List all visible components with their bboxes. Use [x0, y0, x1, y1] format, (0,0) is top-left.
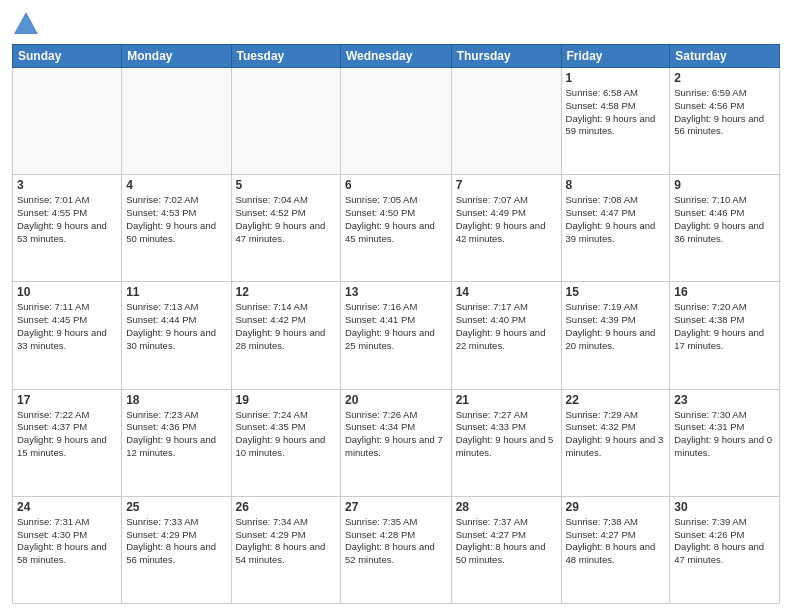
day-number: 19 [236, 393, 336, 407]
day-number: 21 [456, 393, 557, 407]
day-info: Sunrise: 7:19 AM Sunset: 4:39 PM Dayligh… [566, 301, 666, 352]
calendar-day-cell: 29Sunrise: 7:38 AM Sunset: 4:27 PM Dayli… [561, 496, 670, 603]
day-number: 11 [126, 285, 226, 299]
calendar-day-cell: 11Sunrise: 7:13 AM Sunset: 4:44 PM Dayli… [122, 282, 231, 389]
day-info: Sunrise: 7:37 AM Sunset: 4:27 PM Dayligh… [456, 516, 557, 567]
day-number: 4 [126, 178, 226, 192]
calendar-day-cell: 4Sunrise: 7:02 AM Sunset: 4:53 PM Daylig… [122, 175, 231, 282]
day-info: Sunrise: 7:29 AM Sunset: 4:32 PM Dayligh… [566, 409, 666, 460]
calendar-week-row: 17Sunrise: 7:22 AM Sunset: 4:37 PM Dayli… [13, 389, 780, 496]
weekday-header: Friday [561, 45, 670, 68]
day-number: 13 [345, 285, 447, 299]
day-info: Sunrise: 7:34 AM Sunset: 4:29 PM Dayligh… [236, 516, 336, 567]
weekday-header: Sunday [13, 45, 122, 68]
calendar-day-cell: 22Sunrise: 7:29 AM Sunset: 4:32 PM Dayli… [561, 389, 670, 496]
calendar-day-cell: 24Sunrise: 7:31 AM Sunset: 4:30 PM Dayli… [13, 496, 122, 603]
day-info: Sunrise: 7:35 AM Sunset: 4:28 PM Dayligh… [345, 516, 447, 567]
calendar-week-row: 3Sunrise: 7:01 AM Sunset: 4:55 PM Daylig… [13, 175, 780, 282]
day-number: 26 [236, 500, 336, 514]
calendar-day-cell: 21Sunrise: 7:27 AM Sunset: 4:33 PM Dayli… [451, 389, 561, 496]
day-number: 22 [566, 393, 666, 407]
svg-marker-1 [16, 16, 36, 32]
calendar-day-cell: 8Sunrise: 7:08 AM Sunset: 4:47 PM Daylig… [561, 175, 670, 282]
calendar-day-cell: 30Sunrise: 7:39 AM Sunset: 4:26 PM Dayli… [670, 496, 780, 603]
day-number: 18 [126, 393, 226, 407]
calendar-day-cell: 16Sunrise: 7:20 AM Sunset: 4:38 PM Dayli… [670, 282, 780, 389]
day-info: Sunrise: 7:10 AM Sunset: 4:46 PM Dayligh… [674, 194, 775, 245]
calendar-day-cell: 12Sunrise: 7:14 AM Sunset: 4:42 PM Dayli… [231, 282, 340, 389]
calendar-day-cell [122, 68, 231, 175]
calendar-day-cell: 17Sunrise: 7:22 AM Sunset: 4:37 PM Dayli… [13, 389, 122, 496]
day-info: Sunrise: 7:13 AM Sunset: 4:44 PM Dayligh… [126, 301, 226, 352]
day-number: 16 [674, 285, 775, 299]
day-info: Sunrise: 7:39 AM Sunset: 4:26 PM Dayligh… [674, 516, 775, 567]
calendar-day-cell: 10Sunrise: 7:11 AM Sunset: 4:45 PM Dayli… [13, 282, 122, 389]
day-number: 1 [566, 71, 666, 85]
day-info: Sunrise: 7:16 AM Sunset: 4:41 PM Dayligh… [345, 301, 447, 352]
weekday-header: Tuesday [231, 45, 340, 68]
calendar-week-row: 10Sunrise: 7:11 AM Sunset: 4:45 PM Dayli… [13, 282, 780, 389]
weekday-header: Monday [122, 45, 231, 68]
page: SundayMondayTuesdayWednesdayThursdayFrid… [0, 0, 792, 612]
calendar-day-cell: 5Sunrise: 7:04 AM Sunset: 4:52 PM Daylig… [231, 175, 340, 282]
day-number: 24 [17, 500, 117, 514]
calendar-day-cell: 27Sunrise: 7:35 AM Sunset: 4:28 PM Dayli… [340, 496, 451, 603]
day-number: 2 [674, 71, 775, 85]
calendar-week-row: 24Sunrise: 7:31 AM Sunset: 4:30 PM Dayli… [13, 496, 780, 603]
weekday-header: Saturday [670, 45, 780, 68]
day-info: Sunrise: 6:58 AM Sunset: 4:58 PM Dayligh… [566, 87, 666, 138]
day-info: Sunrise: 7:01 AM Sunset: 4:55 PM Dayligh… [17, 194, 117, 245]
day-number: 14 [456, 285, 557, 299]
day-number: 8 [566, 178, 666, 192]
calendar-day-cell: 26Sunrise: 7:34 AM Sunset: 4:29 PM Dayli… [231, 496, 340, 603]
day-info: Sunrise: 7:20 AM Sunset: 4:38 PM Dayligh… [674, 301, 775, 352]
calendar-day-cell [340, 68, 451, 175]
calendar-day-cell: 25Sunrise: 7:33 AM Sunset: 4:29 PM Dayli… [122, 496, 231, 603]
calendar-day-cell: 14Sunrise: 7:17 AM Sunset: 4:40 PM Dayli… [451, 282, 561, 389]
day-number: 6 [345, 178, 447, 192]
calendar-day-cell: 6Sunrise: 7:05 AM Sunset: 4:50 PM Daylig… [340, 175, 451, 282]
calendar-day-cell: 19Sunrise: 7:24 AM Sunset: 4:35 PM Dayli… [231, 389, 340, 496]
day-info: Sunrise: 7:02 AM Sunset: 4:53 PM Dayligh… [126, 194, 226, 245]
day-number: 30 [674, 500, 775, 514]
calendar-day-cell: 2Sunrise: 6:59 AM Sunset: 4:56 PM Daylig… [670, 68, 780, 175]
day-info: Sunrise: 7:24 AM Sunset: 4:35 PM Dayligh… [236, 409, 336, 460]
day-number: 10 [17, 285, 117, 299]
weekday-header: Wednesday [340, 45, 451, 68]
day-number: 17 [17, 393, 117, 407]
day-number: 9 [674, 178, 775, 192]
weekday-header: Thursday [451, 45, 561, 68]
day-number: 3 [17, 178, 117, 192]
day-info: Sunrise: 7:11 AM Sunset: 4:45 PM Dayligh… [17, 301, 117, 352]
day-info: Sunrise: 7:14 AM Sunset: 4:42 PM Dayligh… [236, 301, 336, 352]
day-info: Sunrise: 7:38 AM Sunset: 4:27 PM Dayligh… [566, 516, 666, 567]
day-number: 12 [236, 285, 336, 299]
day-info: Sunrise: 7:04 AM Sunset: 4:52 PM Dayligh… [236, 194, 336, 245]
calendar-day-cell [231, 68, 340, 175]
day-number: 5 [236, 178, 336, 192]
calendar-day-cell: 18Sunrise: 7:23 AM Sunset: 4:36 PM Dayli… [122, 389, 231, 496]
day-info: Sunrise: 7:33 AM Sunset: 4:29 PM Dayligh… [126, 516, 226, 567]
calendar-day-cell: 20Sunrise: 7:26 AM Sunset: 4:34 PM Dayli… [340, 389, 451, 496]
day-info: Sunrise: 6:59 AM Sunset: 4:56 PM Dayligh… [674, 87, 775, 138]
day-info: Sunrise: 7:30 AM Sunset: 4:31 PM Dayligh… [674, 409, 775, 460]
calendar-day-cell: 3Sunrise: 7:01 AM Sunset: 4:55 PM Daylig… [13, 175, 122, 282]
day-info: Sunrise: 7:26 AM Sunset: 4:34 PM Dayligh… [345, 409, 447, 460]
day-number: 27 [345, 500, 447, 514]
calendar-header-row: SundayMondayTuesdayWednesdayThursdayFrid… [13, 45, 780, 68]
day-info: Sunrise: 7:08 AM Sunset: 4:47 PM Dayligh… [566, 194, 666, 245]
day-info: Sunrise: 7:23 AM Sunset: 4:36 PM Dayligh… [126, 409, 226, 460]
day-info: Sunrise: 7:22 AM Sunset: 4:37 PM Dayligh… [17, 409, 117, 460]
day-number: 28 [456, 500, 557, 514]
day-number: 7 [456, 178, 557, 192]
day-info: Sunrise: 7:27 AM Sunset: 4:33 PM Dayligh… [456, 409, 557, 460]
calendar-day-cell: 23Sunrise: 7:30 AM Sunset: 4:31 PM Dayli… [670, 389, 780, 496]
calendar: SundayMondayTuesdayWednesdayThursdayFrid… [12, 44, 780, 604]
calendar-day-cell: 13Sunrise: 7:16 AM Sunset: 4:41 PM Dayli… [340, 282, 451, 389]
day-info: Sunrise: 7:17 AM Sunset: 4:40 PM Dayligh… [456, 301, 557, 352]
day-info: Sunrise: 7:07 AM Sunset: 4:49 PM Dayligh… [456, 194, 557, 245]
day-number: 25 [126, 500, 226, 514]
day-info: Sunrise: 7:31 AM Sunset: 4:30 PM Dayligh… [17, 516, 117, 567]
logo [12, 10, 44, 38]
calendar-day-cell: 15Sunrise: 7:19 AM Sunset: 4:39 PM Dayli… [561, 282, 670, 389]
